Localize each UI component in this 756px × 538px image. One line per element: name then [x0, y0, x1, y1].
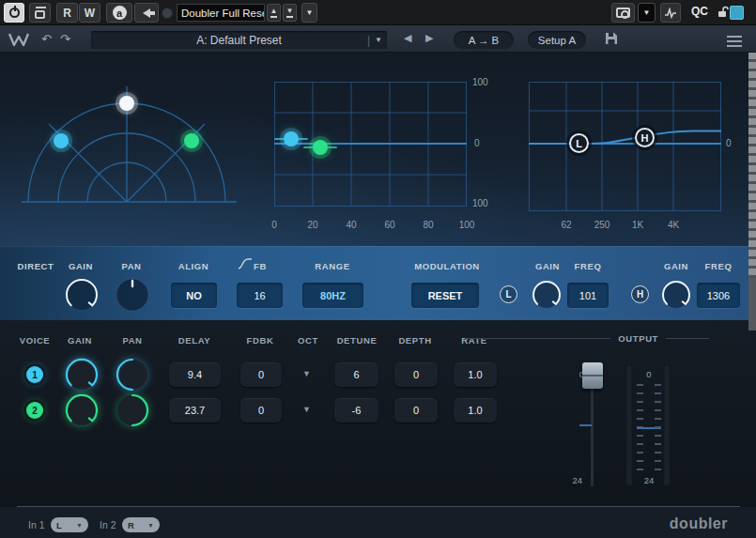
qc-button[interactable]: QC — [691, 5, 708, 18]
voice2-pan-handle[interactable] — [184, 133, 199, 148]
low-gain-knob[interactable] — [528, 276, 565, 317]
voice1-pan-handle[interactable] — [54, 133, 69, 148]
preset-down-button[interactable]: ▼ — [283, 4, 297, 22]
voice2-fdbk-value: 0 — [258, 405, 264, 416]
voice1-fdbk-box[interactable]: 0 — [240, 362, 282, 387]
direct-pan-handle[interactable] — [119, 96, 134, 111]
eq-low-handle[interactable]: L — [569, 133, 589, 153]
sidechain-button[interactable] — [660, 3, 681, 23]
preset-down-icon: ▼ — [286, 8, 294, 18]
voice1-oct-dropdown[interactable]: ▼ — [302, 369, 311, 378]
activity-led — [162, 8, 173, 19]
dropdown-icon: ▼ — [306, 8, 314, 17]
voice2-delay-box[interactable]: 23.7 — [169, 398, 221, 423]
voice2-oct-dropdown[interactable]: ▼ — [302, 405, 311, 414]
eq-high-letter: H — [641, 132, 649, 144]
output-fader-handle[interactable] — [582, 362, 603, 389]
a-circle-icon: a — [113, 6, 127, 20]
voice1-detune-box[interactable]: 6 — [334, 362, 378, 387]
dropdown-icon: ▼ — [76, 522, 83, 529]
high-gain-knob[interactable] — [657, 276, 695, 317]
voice2-fdbk-box[interactable]: 0 — [240, 398, 282, 423]
window-scrollbar-lower[interactable] — [748, 278, 756, 330]
voice1-depth-box[interactable]: 0 — [394, 362, 438, 387]
pan-header: PAN — [112, 335, 153, 346]
voice1-delay-value: 9.4 — [188, 369, 202, 380]
fb-label: FB — [254, 261, 276, 271]
next-preset-button[interactable]: ▶ — [425, 32, 433, 44]
lock-button[interactable] — [717, 6, 729, 23]
eq-xtick: 1K — [628, 220, 647, 230]
in1-label: In 1 — [28, 519, 45, 530]
voice2-detune-box[interactable]: -6 — [334, 398, 378, 423]
voice2-rate-box[interactable]: 1.0 — [454, 398, 497, 423]
undo-button[interactable]: ↶ — [41, 32, 52, 46]
high-freq-value: 1306 — [707, 290, 730, 301]
copy-arrow-button[interactable] — [134, 3, 159, 23]
delay-xtick: 60 — [380, 220, 399, 230]
delay-ytick: 0 — [474, 138, 480, 148]
in2-channel-select[interactable]: R ▼ — [122, 517, 160, 532]
voice2-gain-knob[interactable] — [61, 390, 102, 435]
pulse-icon — [664, 8, 677, 19]
low-freq-box[interactable]: 101 — [567, 283, 609, 308]
waves-logo-icon — [8, 31, 29, 47]
write-automation-button[interactable]: W — [79, 3, 100, 23]
menu-button[interactable] — [727, 33, 742, 50]
dropdown-icon: ▼ — [643, 8, 651, 17]
prev-preset-button[interactable]: ◀ — [404, 32, 411, 44]
preset-name: A: Default Preset — [196, 34, 282, 47]
save-icon[interactable] — [605, 32, 618, 45]
eq-low-letter: L — [576, 138, 582, 149]
read-automation-button[interactable]: R — [56, 3, 78, 23]
window-scrollbar[interactable] — [748, 53, 756, 278]
fb-value-box[interactable]: 16 — [237, 283, 283, 308]
fader-mid-tick — [579, 424, 592, 426]
high-band-badge: H — [631, 285, 649, 303]
modulation-reset-button[interactable]: RESET — [411, 283, 479, 308]
setup-a-button[interactable]: Setup A — [528, 31, 586, 49]
delay-ytick: 100 — [472, 198, 488, 208]
voice1-rate-box[interactable]: 1.0 — [454, 362, 497, 387]
switch-a-b-button[interactable]: a — [106, 3, 132, 23]
high-freq-box[interactable]: 1306 — [697, 283, 740, 308]
setup-a-label: Setup A — [538, 35, 576, 46]
eq-xtick: 62 — [557, 220, 576, 230]
voice2-depth-box[interactable]: 0 — [394, 398, 438, 423]
modulation-reset-label: RESET — [428, 290, 463, 301]
range-selector[interactable]: 80HZ — [302, 283, 363, 308]
display-area: 100 0 100 0 20 40 60 80 100 L H — [0, 53, 756, 246]
snapshot-dropdown[interactable]: ▼ — [638, 3, 656, 23]
low-badge-letter: L — [505, 289, 511, 300]
qc-color-swatch[interactable] — [730, 6, 744, 20]
host-preset-value: Doubler Full Rese — [181, 8, 265, 19]
in1-channel-select[interactable]: L ▼ — [51, 517, 88, 532]
gain-label: GAIN — [60, 261, 101, 271]
bypass-button[interactable] — [29, 3, 51, 23]
eq-high-handle[interactable]: H — [635, 128, 655, 147]
voice1-delay-box[interactable]: 9.4 — [169, 362, 221, 387]
high-badge-letter: H — [637, 289, 643, 300]
gain-header: GAIN — [59, 335, 100, 346]
voice2-delay-dot — [313, 140, 328, 155]
master-pan-knob[interactable] — [112, 274, 153, 319]
snapshot-button[interactable] — [611, 3, 635, 23]
align-label: ALIGN — [170, 261, 217, 271]
master-gain-knob[interactable] — [61, 274, 102, 319]
host-preset-field[interactable]: Doubler Full Rese — [177, 4, 265, 22]
voice2-delay-handle[interactable] — [303, 140, 337, 155]
voice2-pan-knob[interactable] — [112, 390, 153, 435]
delay-xtick: 80 — [419, 220, 438, 230]
preset-up-button[interactable]: ▲ — [267, 4, 281, 22]
delay-header: DELAY — [171, 335, 218, 346]
power-button[interactable] — [4, 3, 24, 23]
meter-bar-left — [625, 364, 633, 486]
delay-xtick: 0 — [265, 220, 284, 230]
redo-button[interactable]: ↷ — [60, 32, 70, 46]
preset-dropdown-button[interactable]: ▼ — [301, 3, 317, 23]
align-toggle[interactable]: NO — [171, 283, 217, 308]
preset-bar-caret-icon[interactable]: ▼ — [375, 36, 382, 44]
delay-ytick: 100 — [472, 77, 488, 87]
ab-copy-button[interactable]: A → B — [454, 31, 514, 49]
preset-bar[interactable]: A: Default Preset | ▼ — [91, 31, 387, 49]
